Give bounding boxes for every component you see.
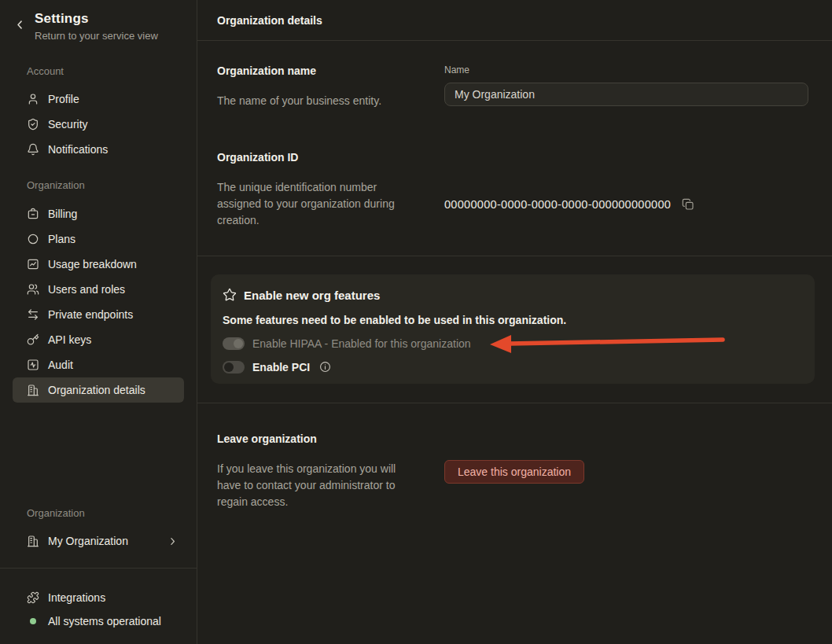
pci-toggle[interactable] bbox=[223, 361, 245, 374]
bell-icon bbox=[27, 143, 39, 156]
sidebar-header: Settings Return to your service view bbox=[0, 0, 197, 42]
arrows-swap-icon bbox=[27, 308, 39, 321]
sidebar-item-api-keys[interactable]: API keys bbox=[13, 327, 184, 352]
back-chevron-icon[interactable] bbox=[13, 17, 27, 31]
users-icon bbox=[27, 283, 39, 296]
sidebar-item-label: Audit bbox=[48, 359, 73, 371]
billing-bag-icon bbox=[27, 208, 39, 220]
integrations-label: Integrations bbox=[48, 591, 105, 604]
features-card: Enable new org features Some features ne… bbox=[211, 274, 815, 384]
org-id-title: Organization ID bbox=[217, 151, 425, 164]
features-card-header: Enable new org features bbox=[223, 288, 803, 302]
org-switcher[interactable]: My Organization bbox=[13, 528, 184, 554]
puzzle-icon bbox=[27, 591, 39, 604]
sidebar-item-usage-breakdown[interactable]: Usage breakdown bbox=[13, 252, 184, 277]
settings-app: Settings Return to your service view Acc… bbox=[0, 0, 832, 644]
pci-toggle-label: Enable PCI bbox=[252, 361, 310, 374]
org-name-description: The name of your business entity. bbox=[217, 93, 415, 109]
org-id-value-row: 00000000-0000-0000-0000-000000000000 bbox=[444, 151, 808, 229]
main-panel: Organization details Organization name T… bbox=[197, 0, 832, 644]
leave-org-title: Leave organization bbox=[217, 432, 425, 445]
status-dot-icon bbox=[27, 615, 39, 627]
settings-sidebar: Settings Return to your service view Acc… bbox=[0, 0, 197, 644]
system-status-label: All systems operational bbox=[48, 615, 161, 627]
building-icon bbox=[27, 535, 39, 547]
sidebar-item-users-and-roles[interactable]: Users and roles bbox=[13, 277, 184, 302]
sidebar-item-label: Notifications bbox=[48, 143, 108, 156]
sidebar-item-label: Private endpoints bbox=[48, 308, 133, 321]
leave-org-info: Leave organization If you leave this org… bbox=[217, 432, 425, 510]
sidebar-item-label: API keys bbox=[48, 333, 91, 346]
hipaa-toggle-label: Enable HIPAA - Enabled for this organiza… bbox=[252, 337, 471, 350]
section-divider bbox=[197, 256, 832, 256]
sidebar-item-label: Profile bbox=[48, 93, 79, 105]
hipaa-toggle[interactable] bbox=[223, 337, 245, 350]
sidebar-item-security[interactable]: Security bbox=[13, 112, 184, 137]
sidebar-item-notifications[interactable]: Notifications bbox=[13, 137, 184, 162]
copy-icon[interactable] bbox=[682, 198, 694, 211]
org-id-description: The unique identification number assigne… bbox=[217, 179, 415, 229]
chart-icon bbox=[27, 258, 39, 270]
hipaa-toggle-row: Enable HIPAA - Enabled for this organiza… bbox=[223, 337, 803, 350]
building-icon bbox=[27, 384, 39, 396]
sidebar-item-private-endpoints[interactable]: Private endpoints bbox=[13, 302, 184, 327]
features-card-description: Some features need to be enabled to be u… bbox=[223, 314, 803, 326]
page-content: Organization name The name of your busin… bbox=[197, 41, 832, 644]
sidebar-spacer bbox=[0, 403, 197, 507]
org-switcher-name: My Organization bbox=[48, 535, 128, 547]
org-name-field: Name bbox=[444, 64, 808, 109]
leave-org-action: Leave this organization bbox=[444, 432, 808, 510]
sidebar-item-label: Usage breakdown bbox=[48, 258, 137, 270]
sidebar-item-label: Security bbox=[48, 118, 88, 131]
circle-icon bbox=[27, 233, 39, 245]
leave-org-section: Leave organization If you leave this org… bbox=[217, 432, 808, 510]
info-icon[interactable] bbox=[319, 361, 331, 373]
sidebar-item-label: Billing bbox=[48, 208, 77, 220]
system-status[interactable]: All systems operational bbox=[13, 609, 184, 633]
org-id-info: Organization ID The unique identificatio… bbox=[217, 151, 425, 229]
org-name-input[interactable] bbox=[444, 83, 808, 106]
org-id-value: 00000000-0000-0000-0000-000000000000 bbox=[444, 198, 671, 211]
sidebar-item-label: Plans bbox=[48, 233, 75, 245]
sidebar-item-organization-details[interactable]: Organization details bbox=[13, 377, 184, 403]
sidebar-title: Settings bbox=[35, 11, 158, 27]
integrations-link[interactable]: Integrations bbox=[13, 586, 184, 609]
audit-activity-icon bbox=[27, 359, 39, 371]
org-name-section: Organization name The name of your busin… bbox=[217, 64, 808, 109]
sidebar-item-profile[interactable]: Profile bbox=[13, 86, 184, 112]
sidebar-footer: Integrations All systems operational bbox=[0, 569, 197, 644]
shield-check-icon bbox=[27, 118, 39, 131]
pci-toggle-row: Enable PCI bbox=[223, 360, 803, 374]
user-icon bbox=[27, 93, 39, 105]
chevron-right-icon bbox=[168, 536, 178, 546]
org-id-section: Organization ID The unique identificatio… bbox=[217, 151, 808, 229]
org-switcher-label: Organization bbox=[27, 507, 184, 519]
org-name-title: Organization name bbox=[217, 64, 425, 77]
sidebar-item-label: Organization details bbox=[48, 384, 145, 396]
section-label-account: Account bbox=[27, 65, 184, 77]
sidebar-titles: Settings Return to your service view bbox=[35, 11, 158, 42]
sidebar-item-billing[interactable]: Billing bbox=[13, 201, 184, 226]
section-label-organization: Organization bbox=[27, 179, 184, 191]
key-icon bbox=[27, 333, 39, 346]
name-field-label: Name bbox=[444, 64, 808, 75]
sidebar-item-label: Users and roles bbox=[48, 283, 125, 296]
features-card-title: Enable new org features bbox=[244, 289, 380, 302]
section-divider bbox=[197, 403, 832, 403]
sidebar-item-audit[interactable]: Audit bbox=[13, 352, 184, 377]
org-name-info: Organization name The name of your busin… bbox=[217, 64, 425, 109]
page-title: Organization details bbox=[217, 14, 322, 27]
star-icon bbox=[223, 288, 237, 302]
sidebar-item-plans[interactable]: Plans bbox=[13, 226, 184, 252]
leave-organization-button[interactable]: Leave this organization bbox=[444, 460, 584, 484]
sidebar-subtitle[interactable]: Return to your service view bbox=[35, 30, 158, 42]
page-header: Organization details bbox=[197, 0, 832, 41]
leave-org-description: If you leave this organization you will … bbox=[217, 461, 415, 510]
